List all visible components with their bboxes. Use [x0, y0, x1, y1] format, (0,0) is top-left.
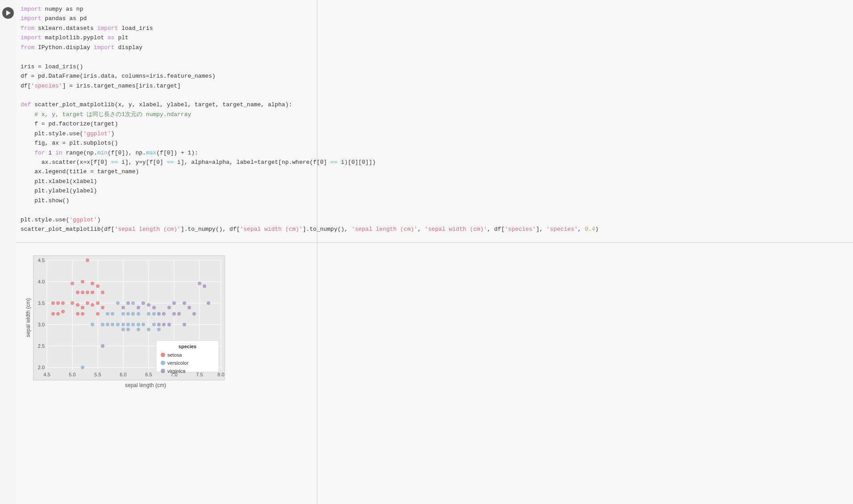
code-line [21, 52, 844, 62]
svg-text:6.5: 6.5 [145, 372, 152, 377]
svg-point-108 [161, 361, 165, 365]
code-line: # x, y, target は同じ長さの1次元の numpy.ndarray [21, 110, 844, 119]
svg-point-97 [183, 301, 186, 305]
run-cell-button[interactable] [2, 7, 14, 19]
code-line: import pandas as pd [21, 14, 844, 23]
svg-point-85 [147, 303, 150, 307]
svg-point-57 [106, 323, 109, 326]
svg-point-103 [101, 344, 104, 348]
svg-text:4.5: 4.5 [38, 258, 45, 263]
svg-point-64 [121, 328, 125, 331]
svg-text:versicolor: versicolor [167, 360, 188, 366]
y-axis-label: sepal width (cm) [25, 298, 31, 337]
svg-point-41 [81, 280, 84, 283]
svg-point-106 [161, 353, 165, 357]
svg-point-80 [81, 366, 84, 369]
svg-point-40 [81, 291, 84, 294]
svg-point-94 [172, 312, 176, 316]
svg-point-33 [61, 301, 65, 305]
svg-point-98 [187, 306, 191, 309]
code-line: fig, ax = plt.subplots() [21, 138, 844, 148]
svg-point-65 [126, 323, 130, 326]
code-line [21, 205, 844, 215]
svg-point-67 [126, 328, 130, 331]
svg-point-101 [203, 284, 206, 288]
svg-point-110 [161, 369, 165, 373]
svg-point-83 [137, 306, 140, 309]
svg-text:3.5: 3.5 [38, 300, 45, 306]
code-line: scatter_plot_matplotlib(df['sepal length… [21, 225, 844, 234]
svg-point-46 [91, 282, 94, 285]
svg-point-90 [162, 323, 166, 326]
svg-point-34 [71, 301, 74, 305]
svg-text:2.5: 2.5 [38, 343, 45, 349]
svg-point-50 [96, 301, 100, 305]
svg-point-39 [81, 306, 84, 309]
code-line: ax.scatter(x=x[f[0] == i], y=y[f[0] == i… [21, 158, 844, 167]
code-line: plt.xlabel(xlabel) [21, 177, 844, 186]
x-axis-label: sepal length (cm) [50, 382, 241, 388]
svg-point-100 [198, 282, 201, 285]
svg-point-52 [101, 291, 104, 294]
scatter-chart: 4.5 4.0 3.5 3.0 2.5 2.0 4.5 5.0 5.5 6.0 … [33, 255, 225, 380]
code-line: import numpy as np [21, 4, 844, 14]
svg-point-69 [131, 323, 135, 326]
svg-point-86 [152, 306, 156, 309]
code-line: plt.style.use('ggplot') [21, 129, 844, 138]
svg-point-71 [137, 323, 140, 326]
svg-point-49 [96, 284, 100, 288]
svg-point-51 [96, 312, 100, 316]
svg-point-59 [111, 312, 114, 316]
svg-point-56 [106, 312, 109, 316]
code-line: import matplotlib.pyplot as plt [21, 33, 844, 42]
svg-point-91 [167, 306, 171, 309]
svg-text:2.0: 2.0 [38, 365, 45, 370]
chart-container: sepal width (cm) [25, 255, 849, 388]
svg-text:4.5: 4.5 [43, 372, 50, 377]
code-line: ax.legend(title = target_name) [21, 167, 844, 176]
code-line: f = pd.factorize(target) [21, 119, 844, 129]
svg-point-63 [121, 312, 125, 316]
code-line: from sklearn.datasets import load_iris [21, 24, 844, 33]
code-line: plt.show() [21, 196, 844, 205]
svg-text:setosa: setosa [167, 352, 182, 358]
svg-point-84 [141, 301, 145, 305]
svg-text:5.5: 5.5 [94, 372, 101, 377]
code-line [21, 91, 844, 100]
svg-point-93 [172, 301, 176, 305]
svg-point-44 [86, 291, 89, 294]
svg-point-77 [152, 323, 156, 326]
output-area: sepal width (cm) [16, 246, 853, 393]
svg-point-66 [126, 312, 130, 316]
svg-point-68 [131, 312, 135, 316]
svg-point-55 [101, 323, 104, 326]
svg-point-74 [141, 323, 145, 326]
code-line: plt.ylabel(ylabel) [21, 186, 844, 196]
svg-point-37 [76, 303, 79, 307]
svg-point-82 [126, 301, 130, 305]
svg-point-102 [207, 301, 210, 305]
svg-point-75 [147, 312, 150, 316]
svg-point-36 [76, 291, 79, 294]
svg-text:6.0: 6.0 [120, 372, 126, 377]
svg-text:8.0: 8.0 [217, 372, 224, 377]
vertical-divider [317, 0, 317, 504]
svg-point-72 [137, 328, 140, 331]
svg-text:3.0: 3.0 [38, 322, 45, 327]
svg-point-35 [71, 282, 74, 285]
svg-point-43 [86, 258, 89, 262]
svg-text:5.0: 5.0 [69, 372, 75, 377]
svg-point-87 [157, 312, 161, 316]
svg-point-54 [91, 323, 94, 326]
svg-point-88 [157, 323, 161, 326]
svg-point-31 [56, 301, 60, 305]
code-line: for i in range(np.min(f[0]), np.max(f[0]… [21, 148, 844, 158]
code-line: df['species'] = iris.target_names[iris.t… [21, 81, 844, 91]
svg-point-53 [101, 306, 104, 309]
svg-point-99 [192, 312, 196, 316]
svg-point-62 [121, 323, 125, 326]
svg-point-70 [131, 301, 135, 305]
svg-point-38 [76, 312, 79, 316]
code-line: plt.style.use('ggplot') [21, 215, 844, 225]
svg-point-45 [86, 301, 89, 305]
